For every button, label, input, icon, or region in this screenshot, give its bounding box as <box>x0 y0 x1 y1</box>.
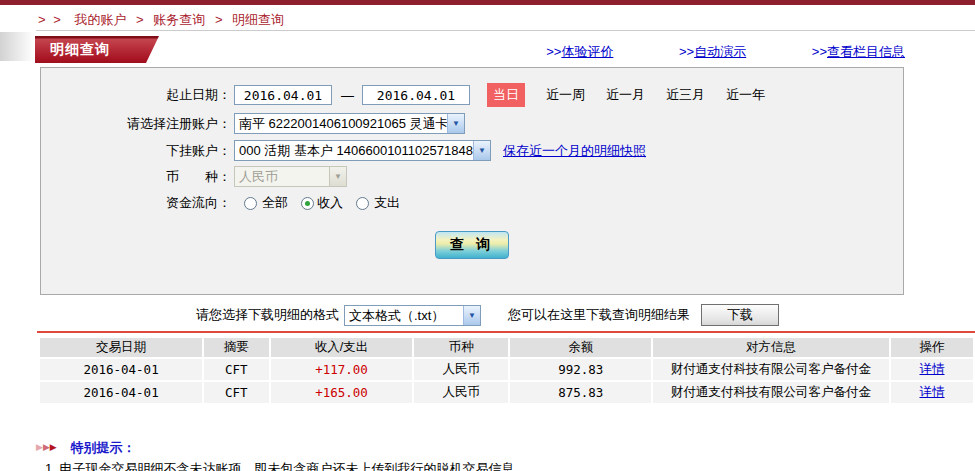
breadcrumb: > > 我的账户 > 账务查询 > 明细查询 <box>38 11 284 29</box>
currency-label: 币 种： <box>41 168 231 186</box>
flow-radio-income-label: 收入 <box>317 194 343 212</box>
date-from-input[interactable] <box>234 85 332 105</box>
chevron-down-icon[interactable]: ▼ <box>473 141 490 160</box>
cell-counterparty: 财付通支付科技有限公司客户备付金 <box>653 382 889 403</box>
breadcrumb-divider <box>36 30 975 31</box>
header-summary: 摘要 <box>204 338 268 357</box>
top-red-bar <box>0 0 975 5</box>
tab-label: 明细查询 <box>50 41 110 57</box>
quick-today-button[interactable]: 当日 <box>487 83 525 107</box>
header-income-expense: 收入/支出 <box>271 338 413 357</box>
quick-last-year-button[interactable]: 近一年 <box>726 86 765 104</box>
currency-select: 人民币 ▼ <box>234 166 347 187</box>
top-links: >>体验评价 >>自动演示 >>查看栏目信息 <box>484 43 905 61</box>
fund-flow-label: 资金流向： <box>41 194 231 212</box>
cell-amount: +165.00 <box>271 382 413 403</box>
link-experience-review[interactable]: >>体验评价 <box>546 44 613 59</box>
cell-summary: CFT <box>204 382 268 403</box>
date-to-input[interactable] <box>362 85 470 105</box>
breadcrumb-account-query[interactable]: 账务查询 <box>153 12 205 27</box>
table-top-divider <box>37 331 975 333</box>
table-row: 2016-04-01 CFT +117.00 人民币 992.83 财付通支付科… <box>40 359 973 380</box>
breadcrumb-prefix: > > <box>38 12 63 27</box>
cell-trade-date: 2016-04-01 <box>40 359 202 380</box>
transaction-table: 交易日期 摘要 收入/支出 币种 余额 对方信息 操作 2016-04-01 C… <box>38 336 975 405</box>
download-format-select[interactable]: 文本格式（.txt） ▼ <box>344 305 481 326</box>
table-row: 2016-04-01 CFT +165.00 人民币 875.83 财付通支付科… <box>40 382 973 403</box>
header-balance: 余额 <box>510 338 651 357</box>
link-auto-demo[interactable]: >>自动演示 <box>679 44 746 59</box>
currency-row: 币 种： 人民币 ▼ <box>41 166 903 187</box>
quick-last-week-button[interactable]: 近一周 <box>546 86 585 104</box>
query-button-row: 查 询 <box>41 231 903 259</box>
quick-last-quarter-button[interactable]: 近三月 <box>666 86 705 104</box>
register-account-row: 请选择注册账户： 南平 6222001406100921065 灵通卡 ▼ <box>41 113 903 134</box>
register-account-select[interactable]: 南平 6222001406100921065 灵通卡 ▼ <box>234 113 465 134</box>
date-range-label: 起止日期： <box>41 86 231 104</box>
query-button[interactable]: 查 询 <box>435 231 509 259</box>
header-trade-date: 交易日期 <box>40 338 202 357</box>
sub-account-select[interactable]: 000 活期 基本户 1406600101102571848 ▼ <box>234 140 491 161</box>
date-range-row: 起止日期： — 当日 近一周 近一月 近三月 近一年 <box>41 83 903 107</box>
quick-last-month-button[interactable]: 近一月 <box>606 86 645 104</box>
table-header-row: 交易日期 摘要 收入/支出 币种 余额 对方信息 操作 <box>40 338 973 357</box>
flow-radio-expense[interactable]: 支出 <box>356 194 400 212</box>
header-currency: 币种 <box>414 338 508 357</box>
header-counterparty: 对方信息 <box>653 338 889 357</box>
download-hint: 您可以在这里下载查询明细结果 <box>508 306 690 324</box>
download-format-label: 请您选择下载明细的格式 <box>196 306 339 324</box>
register-account-value: 南平 6222001406100921065 灵通卡 <box>235 114 447 133</box>
currency-value: 人民币 <box>235 167 329 186</box>
link-view-column-info[interactable]: >>查看栏目信息 <box>812 44 905 59</box>
page: > > 我的账户 > 账务查询 > 明细查询 明细查询 >>体验评价 >>自动演… <box>0 0 975 471</box>
breadcrumb-separator: > <box>215 12 223 27</box>
detail-link[interactable]: 详情 <box>920 385 945 399</box>
chevron-down-icon: ▼ <box>329 167 346 186</box>
special-notice-title: 特别提示： <box>70 440 135 455</box>
download-button[interactable]: 下载 <box>701 304 779 326</box>
save-monthly-snapshot-link[interactable]: 保存近一个月的明细快照 <box>503 142 646 160</box>
chevron-down-icon[interactable]: ▼ <box>463 306 480 325</box>
breadcrumb-my-account[interactable]: 我的账户 <box>74 12 126 27</box>
left-edge-fade <box>0 32 34 61</box>
flow-radio-income[interactable]: 收入 <box>301 194 343 212</box>
breadcrumb-separator: > <box>136 12 144 27</box>
header-action: 操作 <box>891 338 973 357</box>
radio-icon[interactable] <box>244 197 257 210</box>
flow-radio-all[interactable]: 全部 <box>244 194 288 212</box>
cell-balance: 992.83 <box>510 359 651 380</box>
chevron-down-icon[interactable]: ▼ <box>447 114 464 133</box>
cell-counterparty: 财付通支付科技有限公司客户备付金 <box>653 359 889 380</box>
cell-amount: +117.00 <box>271 359 413 380</box>
breadcrumb-detail-query[interactable]: 明细查询 <box>232 12 284 27</box>
cell-trade-date: 2016-04-01 <box>40 382 202 403</box>
cell-summary: CFT <box>204 359 268 380</box>
flow-radio-expense-label: 支出 <box>374 194 400 212</box>
sub-account-row: 下挂账户： 000 活期 基本户 1406600101102571848 ▼ 保… <box>41 140 903 161</box>
date-dash: — <box>341 88 354 103</box>
special-notice-line-1: 1. 电子现金交易明细不含未达账项，即未包含商户还未上传到我行的脱机交易信息 <box>45 460 514 471</box>
special-notice-header: ▶▶▶ 特别提示： <box>36 439 135 457</box>
radio-icon[interactable] <box>301 197 314 210</box>
radio-icon[interactable] <box>356 197 369 210</box>
detail-link[interactable]: 详情 <box>920 362 945 376</box>
tab-detail-query[interactable]: 明细查询 <box>35 36 159 63</box>
cell-balance: 875.83 <box>510 382 651 403</box>
sub-account-label: 下挂账户： <box>41 142 231 160</box>
triple-arrow-icon: ▶▶▶ <box>36 440 57 455</box>
cell-currency: 人民币 <box>414 359 508 380</box>
flow-radio-all-label: 全部 <box>262 194 288 212</box>
fund-flow-row: 资金流向： 全部 收入 支出 <box>41 194 903 212</box>
download-row: 请您选择下载明细的格式 文本格式（.txt） ▼ 您可以在这里下载查询明细结果 … <box>0 302 975 328</box>
query-form-panel: 起止日期： — 当日 近一周 近一月 近三月 近一年 请选择注册账户： 南平 6… <box>40 67 904 295</box>
sub-account-value: 000 活期 基本户 1406600101102571848 <box>235 141 473 160</box>
download-format-value: 文本格式（.txt） <box>345 306 463 325</box>
cell-currency: 人民币 <box>414 382 508 403</box>
register-account-label: 请选择注册账户： <box>41 115 231 133</box>
